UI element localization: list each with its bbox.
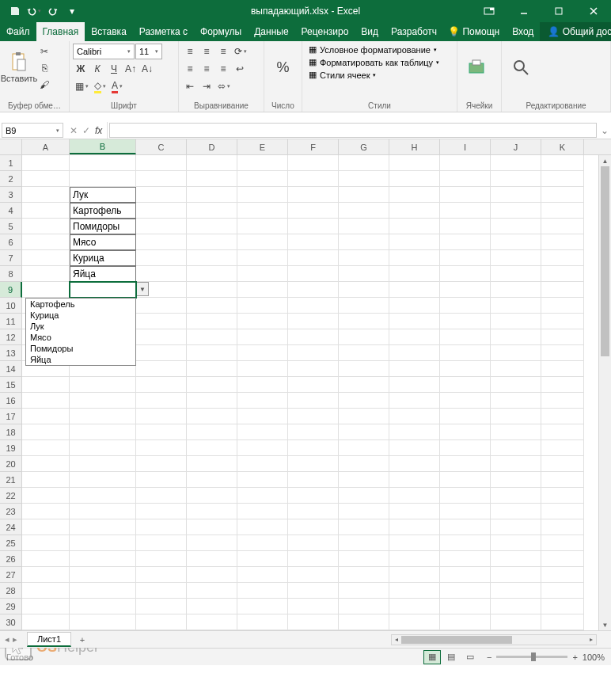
cell-C27[interactable] — [136, 567, 187, 583]
scroll-up-button[interactable]: ▲ — [599, 155, 611, 166]
cell-G29[interactable] — [339, 599, 389, 614]
column-header-K[interactable]: K — [541, 139, 584, 154]
cell-E8[interactable] — [237, 266, 288, 282]
cell-J24[interactable] — [491, 519, 541, 535]
row-header-11[interactable]: 11 — [0, 314, 22, 329]
merge-button[interactable]: ⬄ — [215, 78, 233, 94]
view-page-break-button[interactable]: ▭ — [461, 650, 479, 664]
row-header-7[interactable]: 7 — [0, 250, 22, 266]
cell-C24[interactable] — [136, 519, 187, 535]
cell-A23[interactable] — [22, 504, 70, 519]
cell-D23[interactable] — [187, 504, 237, 519]
cell-H27[interactable] — [389, 567, 440, 583]
cell-C17[interactable] — [136, 409, 187, 424]
cell-D11[interactable] — [187, 314, 237, 329]
cell-D8[interactable] — [187, 266, 237, 282]
cell-E20[interactable] — [237, 456, 288, 472]
cell-J5[interactable] — [491, 219, 541, 234]
cell-J13[interactable] — [491, 345, 541, 361]
zoom-slider[interactable] — [496, 656, 567, 658]
shrink-font-button[interactable]: A↓ — [139, 61, 155, 77]
cell-K19[interactable] — [541, 440, 584, 456]
cell-D4[interactable] — [187, 203, 237, 219]
cell-J16[interactable] — [491, 393, 541, 409]
cell-C15[interactable] — [136, 377, 187, 393]
horizontal-scrollbar[interactable]: ◂ ▸ — [391, 634, 597, 645]
cell-B24[interactable] — [70, 519, 136, 535]
cell-H17[interactable] — [389, 409, 440, 424]
cell-F22[interactable] — [288, 488, 339, 504]
row-header-28[interactable]: 28 — [0, 583, 22, 599]
cell-B25[interactable] — [70, 535, 136, 551]
zoom-thumb[interactable] — [531, 652, 536, 661]
cell-F7[interactable] — [288, 250, 339, 266]
column-header-H[interactable]: H — [389, 139, 440, 154]
cell-H15[interactable] — [389, 377, 440, 393]
cell-I24[interactable] — [440, 519, 491, 535]
cell-I16[interactable] — [440, 393, 491, 409]
align-right-button[interactable]: ≡ — [215, 61, 231, 77]
sheet-tab-active[interactable]: Лист1 — [27, 632, 71, 647]
dropdown-option-2[interactable]: Лук — [26, 321, 135, 332]
minimize-button[interactable] — [507, 0, 541, 22]
cell-J28[interactable] — [491, 583, 541, 599]
cell-G25[interactable] — [339, 535, 389, 551]
cell-E27[interactable] — [237, 567, 288, 583]
row-header-17[interactable]: 17 — [0, 409, 22, 424]
cell-J22[interactable] — [491, 488, 541, 504]
cell-I22[interactable] — [440, 488, 491, 504]
cell-K7[interactable] — [541, 250, 584, 266]
cell-C1[interactable] — [136, 155, 187, 171]
cell-K13[interactable] — [541, 345, 584, 361]
cell-E29[interactable] — [237, 599, 288, 614]
cell-F18[interactable] — [288, 424, 339, 440]
decrease-indent-button[interactable]: ⇤ — [182, 78, 198, 94]
cell-F2[interactable] — [288, 171, 339, 187]
cell-C18[interactable] — [136, 424, 187, 440]
cell-G20[interactable] — [339, 456, 389, 472]
cell-I13[interactable] — [440, 345, 491, 361]
cell-I10[interactable] — [440, 298, 491, 314]
cell-A22[interactable] — [22, 488, 70, 504]
cell-H1[interactable] — [389, 155, 440, 171]
data-validation-dropdown-handle[interactable]: ▼ — [136, 282, 149, 296]
cell-B20[interactable] — [70, 456, 136, 472]
cell-F1[interactable] — [288, 155, 339, 171]
cell-I23[interactable] — [440, 504, 491, 519]
cell-K11[interactable] — [541, 314, 584, 329]
row-header-3[interactable]: 3 — [0, 187, 22, 203]
cell-H2[interactable] — [389, 171, 440, 187]
fill-color-button[interactable]: ◇ — [92, 78, 108, 94]
cell-H13[interactable] — [389, 345, 440, 361]
cell-B28[interactable] — [70, 583, 136, 599]
cell-B30[interactable] — [70, 614, 136, 630]
zoom-value[interactable]: 100% — [583, 652, 605, 662]
cell-J6[interactable] — [491, 234, 541, 250]
cell-D12[interactable] — [187, 329, 237, 345]
row-header-4[interactable]: 4 — [0, 203, 22, 219]
row-header-8[interactable]: 8 — [0, 266, 22, 282]
cell-K21[interactable] — [541, 472, 584, 488]
cell-F3[interactable] — [288, 187, 339, 203]
cell-I1[interactable] — [440, 155, 491, 171]
cell-G18[interactable] — [339, 424, 389, 440]
cell-G5[interactable] — [339, 219, 389, 234]
cell-A18[interactable] — [22, 424, 70, 440]
cell-F21[interactable] — [288, 472, 339, 488]
row-header-18[interactable]: 18 — [0, 424, 22, 440]
cell-B1[interactable] — [70, 155, 136, 171]
cell-F23[interactable] — [288, 504, 339, 519]
cell-E9[interactable] — [237, 282, 288, 298]
cell-D7[interactable] — [187, 250, 237, 266]
dropdown-option-0[interactable]: Картофель — [26, 299, 135, 310]
cell-I5[interactable] — [440, 219, 491, 234]
cell-G24[interactable] — [339, 519, 389, 535]
cell-I25[interactable] — [440, 535, 491, 551]
cell-F5[interactable] — [288, 219, 339, 234]
fx-button[interactable]: fx — [95, 125, 102, 136]
cell-I28[interactable] — [440, 583, 491, 599]
tab-review[interactable]: Рецензиро — [295, 22, 355, 41]
cell-G30[interactable] — [339, 614, 389, 630]
cell-K26[interactable] — [541, 551, 584, 567]
cell-C29[interactable] — [136, 599, 187, 614]
